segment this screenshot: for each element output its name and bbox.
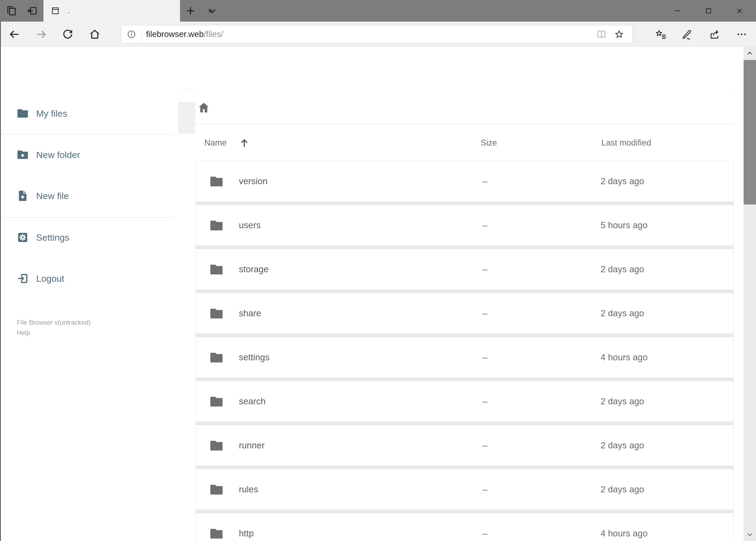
file-modified: 2 days ago	[601, 425, 644, 466]
navigation-bar: filebrowser.web/files/	[0, 22, 756, 47]
file-row[interactable]: search – 2 days ago	[195, 381, 734, 422]
sidebar-item-settings[interactable]: Settings	[0, 225, 178, 251]
more-menu-icon[interactable]	[734, 26, 750, 42]
file-size: –	[483, 381, 487, 422]
set-tabs-aside-icon	[26, 5, 38, 16]
sidebar-item-label: Logout	[36, 273, 64, 284]
file-modified: 2 days ago	[601, 249, 644, 289]
browser-tab[interactable]: .	[44, 0, 180, 22]
url-path: /files/	[204, 29, 223, 39]
file-modified: 4 hours ago	[601, 337, 647, 377]
help-link[interactable]: Help	[17, 328, 30, 337]
file-name: storage	[239, 249, 269, 289]
tab-preview-button[interactable]	[3, 0, 21, 22]
file-modified: 2 days ago	[601, 469, 644, 510]
window-minimize-button[interactable]	[669, 3, 686, 18]
file-size: –	[483, 513, 487, 541]
address-bar[interactable]: filebrowser.web/files/	[121, 25, 632, 43]
new-folder-icon	[16, 148, 29, 161]
sidebar-item-my-files[interactable]: My files	[0, 101, 178, 126]
file-row[interactable]: storage – 2 days ago	[195, 249, 734, 290]
file-size: –	[483, 469, 487, 510]
browser-window: .	[0, 0, 756, 541]
column-header-size[interactable]: Size	[481, 135, 497, 151]
folder-icon	[209, 306, 224, 321]
column-header-name[interactable]: Name	[204, 135, 227, 151]
hub-favorites-icon[interactable]	[653, 26, 669, 42]
page-scrollbar[interactable]	[744, 47, 756, 541]
scrollbar-thumb[interactable]	[744, 60, 756, 205]
file-row[interactable]: version – 2 days ago	[195, 161, 734, 202]
sidebar-item-label: Settings	[36, 232, 69, 243]
sidebar: My files New folder New file Settings	[0, 89, 178, 541]
window-close-button[interactable]	[731, 3, 748, 18]
annotate-pen-icon[interactable]	[678, 26, 695, 42]
scroll-down-icon[interactable]	[744, 528, 756, 541]
window-maximize-button[interactable]	[700, 3, 717, 18]
file-modified: 5 hours ago	[601, 205, 647, 246]
url-text[interactable]: filebrowser.web/files/	[146, 25, 223, 43]
tab-list-chevron-icon[interactable]	[206, 5, 218, 17]
back-button[interactable]	[6, 26, 22, 42]
folder-icon	[209, 174, 224, 189]
favorite-star-icon[interactable]	[614, 29, 625, 40]
file-size: –	[483, 293, 487, 333]
file-row[interactable]: rules – 2 days ago	[195, 469, 734, 510]
set-tabs-aside-button[interactable]	[23, 0, 41, 22]
tab-bar: .	[0, 0, 756, 22]
sidebar-item-label: New folder	[36, 150, 80, 160]
app-header: Search...	[0, 47, 756, 89]
folder-icon	[209, 526, 224, 541]
file-name: runner	[239, 425, 265, 466]
share-icon[interactable]	[707, 26, 723, 42]
app-version-link[interactable]: File Browser v(untracked)	[17, 317, 91, 327]
site-info-icon[interactable]	[126, 29, 137, 40]
new-file-icon	[16, 189, 29, 202]
sidebar-item-logout[interactable]: Logout	[0, 266, 178, 291]
folder-icon	[209, 218, 224, 233]
folder-icon	[209, 350, 224, 365]
file-modified: 2 days ago	[601, 293, 644, 333]
breadcrumb-home-icon[interactable]	[197, 101, 211, 115]
file-name: search	[239, 381, 266, 422]
logout-icon	[16, 272, 29, 285]
file-size: –	[483, 425, 487, 466]
file-size: –	[483, 161, 487, 202]
folder-icon	[209, 482, 224, 497]
tab-title: .	[68, 0, 70, 22]
sidebar-divider	[0, 217, 174, 218]
reading-view-icon[interactable]	[596, 29, 607, 40]
file-listing-area: Name Size Last modified version – 2 days…	[195, 89, 734, 541]
folder-icon	[209, 394, 224, 409]
file-size: –	[483, 205, 487, 246]
file-name: settings	[239, 337, 270, 377]
page-icon	[51, 6, 60, 15]
file-size: –	[483, 337, 487, 377]
file-row[interactable]: share – 2 days ago	[195, 293, 734, 334]
file-list: version – 2 days ago users – 5 hours ago…	[195, 161, 734, 541]
refresh-button[interactable]	[60, 26, 76, 42]
file-row[interactable]: users – 5 hours ago	[195, 205, 734, 246]
column-header-modified[interactable]: Last modified	[601, 135, 651, 151]
folder-icon	[209, 438, 224, 453]
file-row[interactable]: runner – 2 days ago	[195, 425, 734, 466]
file-row[interactable]: settings – 4 hours ago	[195, 337, 734, 378]
file-name: share	[239, 293, 261, 333]
url-host: filebrowser.web	[146, 29, 204, 39]
sidebar-item-new-folder[interactable]: New folder	[0, 142, 178, 168]
file-row[interactable]: http – 4 hours ago	[195, 513, 734, 541]
sidebar-item-new-file[interactable]: New file	[0, 183, 178, 209]
folder-icon	[16, 107, 29, 120]
file-name: http	[239, 513, 254, 541]
file-modified: 2 days ago	[601, 381, 644, 422]
sort-ascending-icon	[238, 137, 250, 149]
home-button[interactable]	[87, 26, 103, 42]
scroll-up-icon[interactable]	[744, 47, 756, 60]
new-tab-button[interactable]	[185, 5, 196, 17]
tab-preview-icon	[6, 5, 17, 16]
file-name: users	[239, 205, 261, 246]
folder-icon	[209, 262, 224, 277]
forward-button[interactable]	[34, 26, 49, 42]
file-modified: 4 hours ago	[601, 513, 647, 541]
sidebar-divider	[0, 134, 174, 135]
